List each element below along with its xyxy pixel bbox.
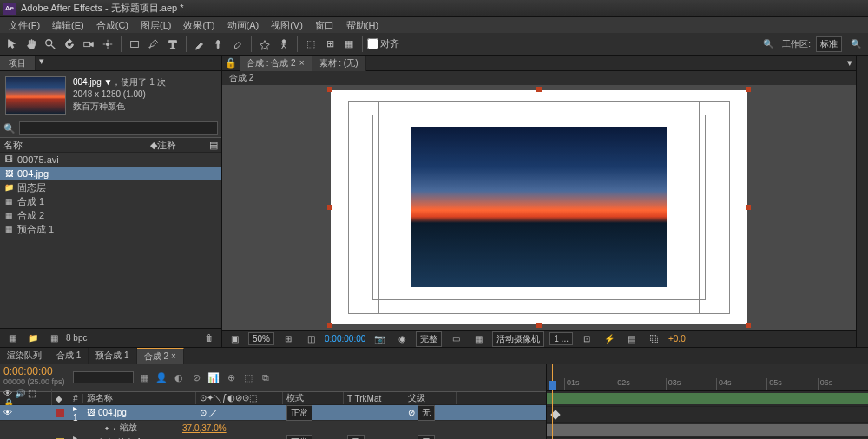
shy-icon[interactable]: 👤 bbox=[155, 370, 168, 384]
transform-handle[interactable] bbox=[327, 205, 332, 210]
puppet-tool-icon[interactable] bbox=[275, 36, 293, 53]
menu-edit[interactable]: 编辑(E) bbox=[47, 17, 89, 34]
menu-view[interactable]: 视图(V) bbox=[266, 17, 308, 34]
transform-handle[interactable] bbox=[746, 87, 751, 92]
camera-select[interactable]: 活动摄像机 bbox=[492, 331, 544, 347]
timeline-search-input[interactable] bbox=[73, 371, 134, 383]
label-swatch[interactable] bbox=[56, 409, 64, 417]
layer-row[interactable]: 👁 ▸ 2 ⬚白色 纯色 1 ⊙ ／ 正常 无 ⊘ 无 bbox=[0, 435, 546, 439]
pixel-aspect-icon[interactable]: ⊡ bbox=[578, 331, 595, 348]
draft3d-icon[interactable]: ⬚ bbox=[241, 370, 255, 384]
panel-menu-icon[interactable]: ▾ bbox=[844, 57, 856, 69]
menu-comp[interactable]: 合成(C) bbox=[91, 17, 134, 34]
footage-tab[interactable]: 素材 : (无) bbox=[312, 56, 366, 71]
project-item[interactable]: 🖼004.jpg bbox=[0, 167, 221, 180]
timeline-icon[interactable]: ▤ bbox=[623, 331, 641, 348]
transform-handle[interactable] bbox=[746, 205, 751, 210]
comp-tab-active[interactable]: 合成 : 合成 2× bbox=[240, 56, 312, 71]
menu-animation[interactable]: 动画(A) bbox=[222, 17, 265, 34]
view-axis-icon[interactable]: ▦ bbox=[340, 36, 358, 53]
timecode[interactable]: 0:00:00:00 bbox=[3, 365, 66, 377]
col-comment[interactable]: 注释 bbox=[157, 139, 209, 152]
timeline-tab[interactable]: 渲染队列 bbox=[0, 348, 49, 364]
panel-menu-icon[interactable]: ▾ bbox=[36, 56, 48, 70]
timeline-tab[interactable]: 预合成 1 bbox=[89, 348, 136, 364]
lock-icon[interactable]: 🔒 bbox=[222, 55, 240, 72]
col-menu-icon[interactable]: ▤ bbox=[209, 140, 218, 151]
flowchart-icon[interactable]: ⿻ bbox=[646, 331, 663, 348]
camera-tool-icon[interactable] bbox=[80, 36, 97, 53]
project-item[interactable]: 🎞00075.avi bbox=[0, 153, 221, 167]
frame-blend-icon[interactable]: ◐ bbox=[172, 370, 186, 384]
snap-checkbox[interactable] bbox=[367, 38, 378, 49]
layer-track[interactable] bbox=[547, 391, 868, 407]
new-comp-icon[interactable]: ▦ bbox=[45, 330, 62, 347]
project-item[interactable]: 📁固态层 bbox=[0, 180, 221, 194]
menu-effect[interactable]: 效果(T) bbox=[178, 17, 220, 34]
project-search-input[interactable] bbox=[19, 121, 218, 135]
parent-select[interactable]: 无 bbox=[418, 405, 435, 421]
always-preview-icon[interactable]: ▣ bbox=[226, 331, 243, 348]
motion-blur-icon[interactable]: ⊘ bbox=[189, 370, 203, 384]
layer-image[interactable] bbox=[411, 127, 667, 287]
bpc-button[interactable]: 8 bpc bbox=[66, 333, 87, 343]
col-label-icon[interactable]: ◆ bbox=[150, 140, 157, 151]
transform-handle[interactable] bbox=[327, 323, 332, 328]
project-item[interactable]: ▦合成 1 bbox=[0, 194, 221, 208]
transform-handle[interactable] bbox=[327, 87, 332, 92]
local-axis-icon[interactable]: ⬚ bbox=[302, 36, 319, 53]
search-help-icon[interactable]: 🔍 bbox=[847, 36, 865, 53]
anchor-tool-icon[interactable] bbox=[99, 36, 116, 53]
comp-breadcrumb[interactable]: 合成 2 bbox=[222, 71, 856, 85]
timeline-tracks[interactable]: 01s02s03s04s05s06s bbox=[547, 364, 868, 439]
menu-window[interactable]: 窗口 bbox=[310, 17, 339, 34]
fast-preview-icon[interactable]: ⚡ bbox=[601, 331, 618, 348]
brainstorm-icon[interactable]: ⊕ bbox=[224, 370, 238, 384]
channel-icon[interactable]: ◉ bbox=[393, 331, 411, 348]
menu-layer[interactable]: 图层(L) bbox=[135, 17, 176, 34]
resolution-select[interactable]: 完整 bbox=[416, 331, 442, 347]
transform-handle[interactable] bbox=[536, 323, 542, 328]
close-icon[interactable]: × bbox=[171, 351, 176, 361]
exposure-value[interactable]: +0.0 bbox=[668, 334, 686, 344]
timeline-tab[interactable]: 合成 2 × bbox=[137, 348, 184, 364]
search-icon[interactable]: 🔍 bbox=[3, 123, 16, 134]
workspace-select[interactable]: 标准 bbox=[816, 36, 842, 52]
property-track[interactable] bbox=[547, 407, 868, 423]
close-icon[interactable]: × bbox=[299, 58, 305, 68]
grid-icon[interactable]: ⊞ bbox=[279, 331, 297, 348]
blend-mode-select[interactable]: 正常 bbox=[286, 435, 312, 440]
comp-mini-icon[interactable]: ▦ bbox=[137, 370, 151, 384]
roi-icon[interactable]: ▭ bbox=[447, 331, 464, 348]
project-tab[interactable]: 项目 bbox=[0, 56, 36, 70]
scale-value[interactable]: 37.0,37.0% bbox=[182, 423, 227, 433]
zoom-select[interactable]: 50% bbox=[248, 332, 274, 345]
mask-icon[interactable]: ◫ bbox=[302, 331, 319, 348]
time-ruler[interactable]: 01s02s03s04s05s06s bbox=[547, 364, 868, 391]
current-time-indicator[interactable] bbox=[552, 364, 553, 439]
blend-mode-select[interactable]: 正常 bbox=[286, 405, 312, 421]
selection-tool-icon[interactable] bbox=[3, 36, 21, 53]
project-item[interactable]: ▦预合成 1 bbox=[0, 222, 221, 236]
eraser-tool-icon[interactable] bbox=[229, 36, 247, 53]
transform-handle[interactable] bbox=[746, 323, 751, 328]
trash-icon[interactable]: 🗑 bbox=[201, 330, 218, 347]
eye-icon[interactable]: 👁 bbox=[3, 408, 12, 417]
trkmat-select[interactable]: 无 bbox=[347, 435, 365, 440]
transparency-icon[interactable]: ▦ bbox=[470, 331, 487, 348]
type-tool-icon[interactable] bbox=[164, 36, 181, 53]
hand-tool-icon[interactable] bbox=[23, 36, 40, 53]
brush-tool-icon[interactable] bbox=[191, 36, 208, 53]
rect-tool-icon[interactable] bbox=[126, 36, 143, 53]
layer-row[interactable]: 👁 ▸ 1 🖼004.jpg ⊙ ／ 正常 ⊘ 无 bbox=[0, 405, 546, 421]
menu-help[interactable]: 帮助(H) bbox=[341, 17, 384, 34]
composition-viewer[interactable] bbox=[222, 85, 856, 330]
zoom-tool-icon[interactable] bbox=[42, 36, 59, 53]
interpret-icon[interactable]: ▦ bbox=[3, 330, 21, 347]
clone-tool-icon[interactable] bbox=[210, 36, 227, 53]
rotate-tool-icon[interactable] bbox=[61, 36, 78, 53]
world-axis-icon[interactable]: ⊞ bbox=[321, 36, 339, 53]
folder-icon[interactable]: 📁 bbox=[24, 330, 42, 347]
parent-select[interactable]: 无 bbox=[418, 435, 435, 440]
search-icon[interactable]: 🔍 bbox=[760, 36, 777, 53]
